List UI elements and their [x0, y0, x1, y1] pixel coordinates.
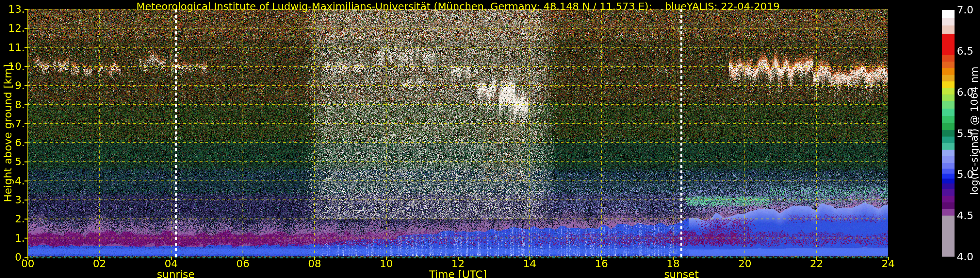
- colorbar-tick-label: 7.0: [957, 3, 974, 16]
- page-title: Meteorological Institute of Ludwig-Maxim…: [28, 0, 888, 12]
- x-tick-label: 14: [523, 257, 536, 270]
- colorbar-tick-label: 4.5: [957, 209, 974, 222]
- y-tick-label: 12.: [0, 22, 25, 35]
- x-tick-label: 04: [165, 257, 178, 270]
- x-tick-label: 10: [380, 257, 393, 270]
- x-tick-label: 20: [738, 257, 752, 270]
- x-tick-label: 18: [667, 257, 680, 270]
- y-tick-label: 10.: [0, 60, 25, 73]
- x-tick-label: 08: [308, 257, 321, 270]
- y-tick-label: 4.: [0, 174, 25, 187]
- y-tick-label: 7.: [0, 117, 25, 130]
- y-tick-label: 11.: [0, 41, 25, 54]
- x-tick-label: 24: [882, 257, 895, 270]
- y-tick-label: 1.: [0, 232, 25, 244]
- colorbar-tick-label: 6.5: [957, 45, 974, 58]
- x-tick-label: 16: [595, 257, 608, 270]
- x-tick-label: 12: [452, 257, 465, 270]
- x-tick-label: 06: [236, 257, 250, 270]
- colorbar-tick-label: 4.0: [957, 250, 974, 263]
- y-tick-label: 3.: [0, 193, 25, 206]
- lidar-heatmap-canvas: [0, 0, 980, 278]
- y-tick-label: 8.: [0, 98, 25, 111]
- x-tick-label: 00: [21, 257, 35, 270]
- y-tick-label: 13.: [0, 3, 25, 16]
- y-tick-label: 9.: [0, 79, 25, 92]
- lidar-quicklook-window: Meteorological Institute of Ludwig-Maxim…: [0, 0, 980, 278]
- x-tick-label: 22: [810, 257, 823, 270]
- colorbar-title: log(rc-signal) @ 1064 nm: [968, 67, 980, 195]
- x-tick-label: 02: [93, 257, 106, 270]
- y-tick-label: 2.: [0, 212, 25, 225]
- y-tick-label: 5.: [0, 155, 25, 168]
- y-tick-label: 6.: [0, 136, 25, 149]
